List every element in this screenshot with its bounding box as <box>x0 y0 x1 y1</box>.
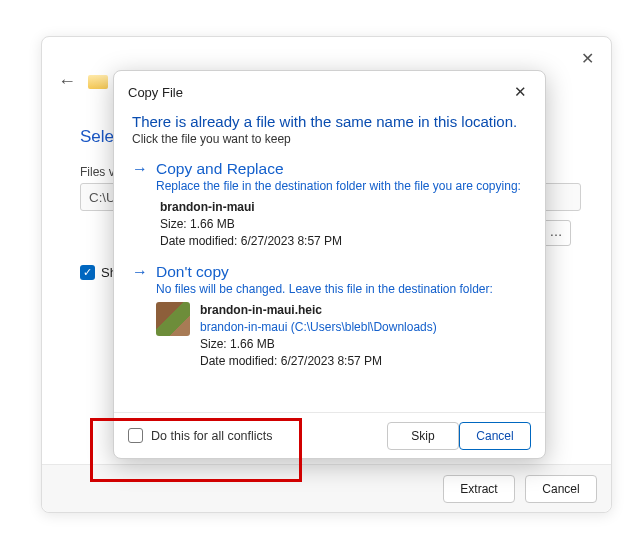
source-file-date: Date modified: 6/27/2023 8:57 PM <box>160 233 342 250</box>
conflict-subheading: Click the file you want to keep <box>132 132 527 146</box>
copy-file-dialog: Copy File ✕ There is already a file with… <box>113 70 546 459</box>
destination-file-size: Size: 1.66 MB <box>200 336 437 353</box>
source-file-size: Size: 1.66 MB <box>160 216 342 233</box>
extract-footer: Extract Cancel <box>42 464 611 512</box>
skip-button[interactable]: Skip <box>387 422 459 450</box>
option-description: Replace the file in the destination fold… <box>156 179 521 193</box>
destination-file-thumbnail <box>156 302 190 336</box>
option-dont-copy[interactable]: → Don't copy No files will be changed. L… <box>132 263 527 369</box>
close-icon[interactable]: ✕ <box>510 83 531 101</box>
option-description: No files will be changed. Leave this fil… <box>156 282 493 296</box>
destination-file-date: Date modified: 6/27/2023 8:57 PM <box>200 353 437 370</box>
do-this-for-all-checkbox[interactable] <box>128 428 143 443</box>
back-arrow-icon[interactable]: ← <box>58 71 76 92</box>
do-this-for-all-label: Do this for all conflicts <box>151 429 273 443</box>
extract-button[interactable]: Extract <box>443 475 515 503</box>
option-title: Don't copy <box>156 263 493 280</box>
destination-file-name: brandon-in-maui.heic <box>200 302 437 319</box>
option-copy-and-replace[interactable]: → Copy and Replace Replace the file in t… <box>132 160 527 249</box>
close-icon[interactable]: ✕ <box>577 49 597 68</box>
extract-cancel-button[interactable]: Cancel <box>525 475 597 503</box>
option-title: Copy and Replace <box>156 160 521 177</box>
destination-file-path: brandon-in-maui (C:\Users\blebl\Download… <box>200 319 437 336</box>
cancel-button[interactable]: Cancel <box>459 422 531 450</box>
conflict-heading: There is already a file with the same na… <box>132 113 527 130</box>
arrow-right-icon: → <box>132 160 148 249</box>
show-extracted-checkbox[interactable] <box>80 265 95 280</box>
source-file-name: brandon-in-maui <box>160 199 342 216</box>
dialog-title: Copy File <box>128 85 183 100</box>
arrow-right-icon: → <box>132 263 148 369</box>
folder-icon <box>88 75 108 89</box>
